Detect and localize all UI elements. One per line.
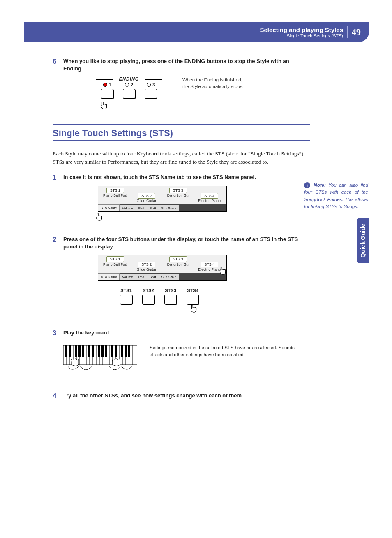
svg-rect-31 <box>105 345 107 357</box>
led-1-icon <box>103 83 107 87</box>
step-6: 6 When you like to stop playing, press o… <box>53 58 310 72</box>
svg-rect-25 <box>78 345 81 357</box>
section-intro: Each Style may come with up to four Keyb… <box>53 150 310 166</box>
svg-rect-27 <box>88 345 90 357</box>
keyboard-caption: Settings memorized in the selected STS h… <box>150 344 310 376</box>
section-heading: Single Touch Settings (STS) <box>53 128 310 139</box>
led-3-icon <box>147 83 151 87</box>
step-4: 4 Try all the other STSs, and see how se… <box>53 392 310 400</box>
ending-button-2 <box>123 89 135 99</box>
svg-rect-36 <box>128 345 130 357</box>
svg-rect-29 <box>98 345 100 357</box>
step-3: 3 Play the keyboard. <box>53 329 310 337</box>
ending-caption: When the Ending is finished, the Style a… <box>182 77 248 90</box>
svg-rect-32 <box>111 345 113 357</box>
ending-button-3 <box>145 89 157 99</box>
svg-rect-34 <box>121 345 123 357</box>
hand-pointer-icon <box>188 303 200 315</box>
ending-button-1 <box>101 89 113 99</box>
svg-rect-24 <box>75 345 77 357</box>
hand-pointer-icon <box>94 211 105 223</box>
sts-tab-strip: STS Name Volume Pad Split Sub Scale <box>98 204 226 211</box>
svg-rect-26 <box>82 345 84 357</box>
svg-rect-33 <box>115 345 117 357</box>
svg-rect-35 <box>125 345 127 357</box>
keyboard-figure <box>63 345 137 376</box>
led-2-icon <box>125 83 129 87</box>
hand-pointer-icon <box>99 100 110 112</box>
ending-panel-figure: ENDING 1 2 3 <box>96 77 162 112</box>
side-note: i Note: You can also find four STSs with… <box>304 182 368 210</box>
svg-rect-28 <box>92 345 94 357</box>
side-tab-quick-guide: Quick Guide <box>357 218 369 263</box>
header-title: Selecting and playing Styles <box>260 26 343 33</box>
page-header: Selecting and playing Styles Single Touc… <box>24 22 369 42</box>
sts-screen-figure-2: STS 1 STS 3 Piano Bell Pad STS 2 Distort… <box>98 255 227 281</box>
hand-pointer-icon <box>217 265 229 277</box>
svg-rect-22 <box>65 345 67 357</box>
sts-button-3 <box>164 295 177 304</box>
sts-button-2 <box>142 295 154 304</box>
info-icon: i <box>304 182 310 188</box>
step-2: 2 Press one of the four STS buttons unde… <box>53 236 310 250</box>
svg-rect-23 <box>69 345 71 357</box>
sts-button-1 <box>120 295 132 304</box>
page-number: 49 <box>347 26 361 38</box>
header-subtitle: Single Touch Settings (STS) <box>260 33 343 38</box>
sts-screen-figure-1: STS 1 STS 3 Piano Bell Pad STS 2 Distort… <box>98 186 227 212</box>
sts-hardware-buttons: STS1 STS2 STS3 STS4 <box>98 288 221 315</box>
svg-rect-30 <box>101 345 104 357</box>
step-1: 1 In case it is not shown, touch the STS… <box>53 174 310 182</box>
section-rule <box>53 124 310 125</box>
